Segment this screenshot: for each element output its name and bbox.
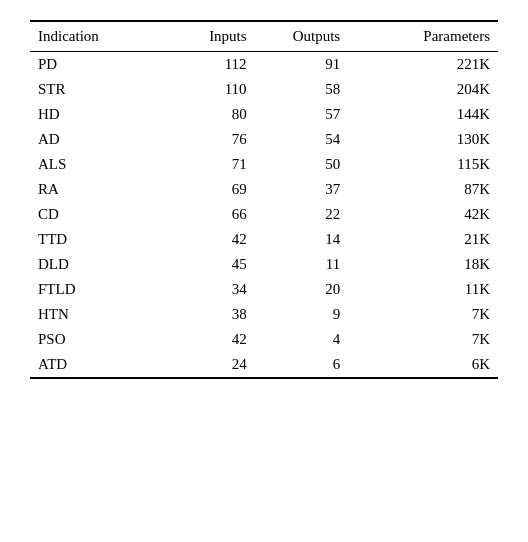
cell-6-1: 66: [161, 202, 255, 227]
table-row: PD11291221K: [30, 52, 498, 78]
cell-5-0: RA: [30, 177, 161, 202]
cell-3-2: 54: [255, 127, 349, 152]
cell-11-1: 42: [161, 327, 255, 352]
table-header: Indication Inputs Outputs Parameters: [30, 21, 498, 52]
cell-5-2: 37: [255, 177, 349, 202]
table-row: RA693787K: [30, 177, 498, 202]
cell-2-2: 57: [255, 102, 349, 127]
cell-11-0: PSO: [30, 327, 161, 352]
cell-0-2: 91: [255, 52, 349, 78]
table-container: Indication Inputs Outputs Parameters PD1…: [30, 20, 498, 379]
cell-5-1: 69: [161, 177, 255, 202]
cell-12-0: ATD: [30, 352, 161, 378]
header-row: Indication Inputs Outputs Parameters: [30, 21, 498, 52]
table-row: HTN3897K: [30, 302, 498, 327]
cell-10-2: 9: [255, 302, 349, 327]
cell-0-3: 221K: [348, 52, 498, 78]
cell-11-2: 4: [255, 327, 349, 352]
header-indication: Indication: [30, 21, 161, 52]
header-outputs: Outputs: [255, 21, 349, 52]
cell-9-0: FTLD: [30, 277, 161, 302]
cell-11-3: 7K: [348, 327, 498, 352]
cell-1-1: 110: [161, 77, 255, 102]
cell-4-3: 115K: [348, 152, 498, 177]
table-row: DLD451118K: [30, 252, 498, 277]
cell-12-2: 6: [255, 352, 349, 378]
cell-3-1: 76: [161, 127, 255, 152]
cell-7-0: TTD: [30, 227, 161, 252]
cell-3-3: 130K: [348, 127, 498, 152]
table-row: STR11058204K: [30, 77, 498, 102]
table-row: FTLD342011K: [30, 277, 498, 302]
cell-12-1: 24: [161, 352, 255, 378]
cell-5-3: 87K: [348, 177, 498, 202]
cell-3-0: AD: [30, 127, 161, 152]
cell-6-0: CD: [30, 202, 161, 227]
table-body: PD11291221KSTR11058204KHD8057144KAD76541…: [30, 52, 498, 379]
data-table: Indication Inputs Outputs Parameters PD1…: [30, 20, 498, 379]
cell-4-1: 71: [161, 152, 255, 177]
table-row: PSO4247K: [30, 327, 498, 352]
table-row: HD8057144K: [30, 102, 498, 127]
cell-10-3: 7K: [348, 302, 498, 327]
cell-2-3: 144K: [348, 102, 498, 127]
cell-1-3: 204K: [348, 77, 498, 102]
cell-4-0: ALS: [30, 152, 161, 177]
cell-2-0: HD: [30, 102, 161, 127]
table-row: TTD421421K: [30, 227, 498, 252]
cell-7-2: 14: [255, 227, 349, 252]
cell-8-0: DLD: [30, 252, 161, 277]
table-row: CD662242K: [30, 202, 498, 227]
header-inputs: Inputs: [161, 21, 255, 52]
cell-4-2: 50: [255, 152, 349, 177]
cell-9-2: 20: [255, 277, 349, 302]
table-row: ALS7150115K: [30, 152, 498, 177]
cell-1-0: STR: [30, 77, 161, 102]
cell-0-1: 112: [161, 52, 255, 78]
cell-8-2: 11: [255, 252, 349, 277]
cell-8-1: 45: [161, 252, 255, 277]
cell-7-1: 42: [161, 227, 255, 252]
cell-10-0: HTN: [30, 302, 161, 327]
cell-12-3: 6K: [348, 352, 498, 378]
cell-9-3: 11K: [348, 277, 498, 302]
table-row: ATD2466K: [30, 352, 498, 378]
header-parameters: Parameters: [348, 21, 498, 52]
cell-6-2: 22: [255, 202, 349, 227]
cell-9-1: 34: [161, 277, 255, 302]
cell-8-3: 18K: [348, 252, 498, 277]
cell-7-3: 21K: [348, 227, 498, 252]
table-row: AD7654130K: [30, 127, 498, 152]
cell-6-3: 42K: [348, 202, 498, 227]
cell-10-1: 38: [161, 302, 255, 327]
cell-0-0: PD: [30, 52, 161, 78]
cell-1-2: 58: [255, 77, 349, 102]
cell-2-1: 80: [161, 102, 255, 127]
